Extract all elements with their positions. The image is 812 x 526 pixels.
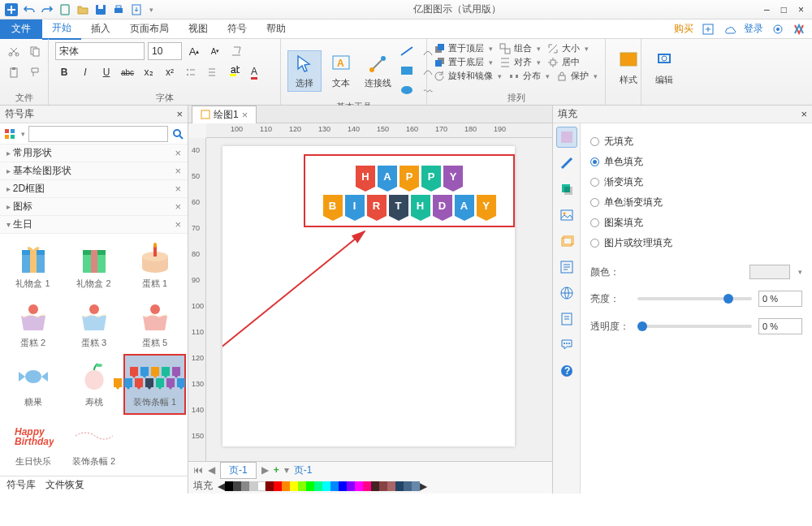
swatch[interactable]	[282, 481, 290, 491]
shape-happy-birthday[interactable]: HappyBirthday!生日快乐	[3, 415, 63, 472]
layer-tab-icon[interactable]	[556, 231, 577, 252]
swatch[interactable]	[249, 481, 257, 491]
swatch[interactable]	[347, 481, 355, 491]
superscript-icon[interactable]: x²	[161, 63, 179, 81]
fill-option-mono-gradient[interactable]: 单色渐变填充	[590, 192, 802, 213]
swatch[interactable]	[290, 481, 298, 491]
file-tab[interactable]: 文件	[0, 19, 42, 39]
font-grow-icon[interactable]: A▴	[185, 42, 203, 60]
library-icon[interactable]	[3, 127, 16, 140]
ellipse-tool-icon[interactable]	[398, 81, 416, 99]
new-icon[interactable]	[58, 3, 71, 16]
close-button[interactable]: ×	[798, 4, 804, 15]
bold-button[interactable]: B	[55, 63, 73, 81]
note-tab-icon[interactable]	[556, 308, 577, 330]
symbol-search-input[interactable]	[28, 126, 168, 142]
redo-icon[interactable]	[41, 3, 54, 16]
swatch[interactable]	[339, 481, 347, 491]
copy-icon[interactable]	[26, 42, 44, 60]
text-tab-icon[interactable]	[556, 257, 577, 278]
align-button[interactable]: 对齐▾	[499, 56, 541, 68]
fill-color-picker[interactable]	[749, 265, 790, 279]
fill-option-solid[interactable]: 单色填充	[590, 152, 802, 172]
fill-option-picture[interactable]: 图片或纹理填充	[590, 233, 802, 253]
swatch[interactable]	[404, 481, 412, 491]
add-page-icon[interactable]: +	[274, 464, 279, 476]
shape-gift2[interactable]: 礼物盒 2	[64, 237, 123, 295]
opacity-slider[interactable]	[637, 325, 752, 328]
swatch[interactable]	[355, 481, 363, 491]
tab-layout[interactable]: 页面布局	[120, 19, 179, 39]
shape-cake1[interactable]: 蛋糕 1	[125, 237, 184, 295]
tab-symbol[interactable]: 符号	[218, 19, 257, 39]
font-size-input[interactable]	[148, 42, 182, 60]
highlight-icon[interactable]: ab	[224, 63, 242, 81]
page[interactable]: H A P P Y B I R T H	[222, 146, 515, 446]
category-basic[interactable]: ▸ 基本绘图形状×	[0, 162, 188, 180]
login-link[interactable]: 登录	[744, 22, 763, 36]
tab-home[interactable]: 开始	[42, 18, 81, 40]
shape-banner2[interactable]: 装饰条幅 2	[64, 415, 123, 472]
swatch[interactable]	[241, 481, 249, 491]
swatch[interactable]	[298, 481, 306, 491]
bring-front-button[interactable]: 置于顶层▾	[434, 42, 493, 54]
hyperlink-tab-icon[interactable]	[556, 282, 577, 304]
line-tab-icon[interactable]	[556, 153, 577, 174]
underline-button[interactable]: U	[97, 63, 115, 81]
save-icon[interactable]	[94, 3, 107, 16]
swatch[interactable]	[363, 481, 371, 491]
fill-option-pattern[interactable]: 图案填充	[590, 213, 802, 233]
cut-icon[interactable]	[5, 42, 23, 60]
style-button[interactable]: 样式	[612, 48, 645, 88]
find-button[interactable]: 编辑	[648, 48, 680, 88]
category-2d[interactable]: ▸ 2D框图×	[0, 180, 188, 198]
cloud-icon[interactable]	[723, 23, 736, 36]
strike-button[interactable]: abc	[119, 63, 136, 81]
fill-option-gradient[interactable]: 渐变填充	[590, 172, 802, 192]
share-icon[interactable]	[702, 23, 715, 36]
print-icon[interactable]	[112, 3, 125, 16]
category-birthday[interactable]: ▾ 生日×	[0, 216, 188, 234]
line-spacing-icon[interactable]	[203, 63, 221, 81]
shadow-tab-icon[interactable]	[556, 179, 577, 200]
tab-view[interactable]: 视图	[179, 19, 218, 39]
fill-pane-close-icon[interactable]: ×	[801, 108, 807, 120]
maximize-button[interactable]: □	[781, 4, 787, 15]
swatch[interactable]	[257, 481, 266, 491]
swatch[interactable]	[395, 481, 404, 491]
search-icon[interactable]	[171, 127, 184, 140]
brightness-value[interactable]: 0 %	[758, 291, 802, 307]
tab-insert[interactable]: 插入	[81, 19, 120, 39]
connector-tool[interactable]: 连接线	[361, 51, 395, 91]
clear-format-icon[interactable]	[227, 42, 245, 60]
fill-tab-icon[interactable]	[556, 127, 577, 148]
shape-gift1[interactable]: 礼物盒 1	[3, 237, 63, 295]
swatch[interactable]	[371, 481, 379, 491]
line-tool-icon[interactable]	[398, 42, 416, 60]
swatch[interactable]	[379, 481, 387, 491]
font-shrink-icon[interactable]: A▾	[206, 42, 224, 60]
font-name-input[interactable]	[55, 42, 145, 60]
paste-icon[interactable]	[5, 63, 23, 81]
brightness-slider[interactable]	[637, 297, 752, 300]
minimize-button[interactable]: –	[764, 4, 770, 15]
shape-cake3[interactable]: 蛋糕 3	[64, 296, 123, 354]
rotate-button[interactable]: 旋转和镜像▾	[434, 70, 502, 82]
qat-dropdown-icon[interactable]: ▾	[149, 6, 153, 14]
footer-tab-recovery[interactable]: 文件恢复	[45, 478, 84, 492]
shape-candy[interactable]: 糖果	[3, 356, 63, 413]
picture-tab-icon[interactable]	[556, 205, 577, 226]
distribute-button[interactable]: 分布▾	[508, 70, 550, 82]
opacity-value[interactable]: 0 %	[758, 318, 802, 334]
group-button[interactable]: 组合▾	[499, 42, 541, 54]
protect-button[interactable]: 保护▾	[556, 70, 598, 82]
doc-tab-close-icon[interactable]: ×	[242, 109, 248, 121]
fill-option-none[interactable]: 无填充	[590, 132, 802, 152]
swatch[interactable]	[225, 481, 233, 491]
format-painter-icon[interactable]	[26, 63, 44, 81]
category-icons[interactable]: ▸ 图标×	[0, 198, 188, 216]
tab-help[interactable]: 帮助	[257, 19, 296, 39]
buy-link[interactable]: 购买	[674, 22, 693, 36]
rect-tool-icon[interactable]	[398, 62, 416, 80]
select-tool[interactable]: 选择	[287, 50, 322, 92]
